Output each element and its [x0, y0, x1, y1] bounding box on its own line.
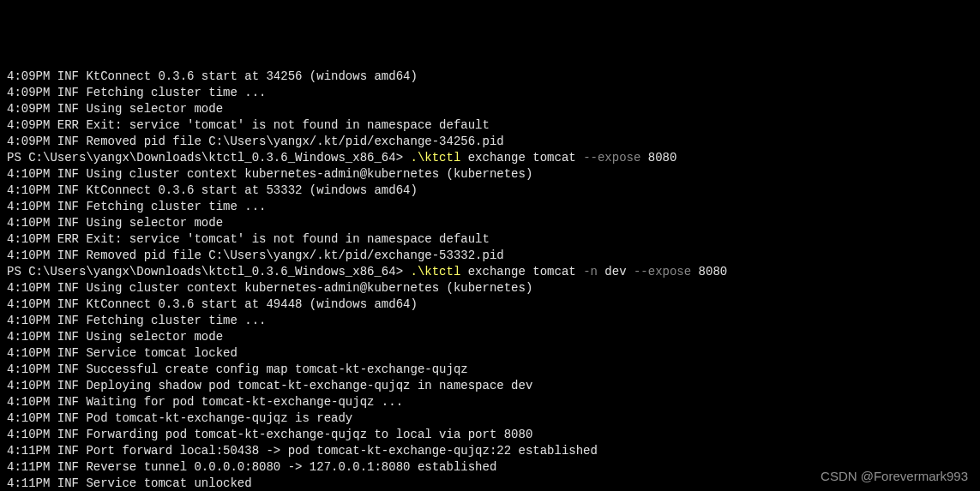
- terminal-line: 4:10PM INF Fetching cluster time ...: [7, 199, 973, 215]
- command-flag: --expose: [634, 265, 691, 278]
- terminal-line: 4:10PM INF KtConnect 0.3.6 start at 4944…: [7, 296, 973, 313]
- terminal-line: PS C:\Users\yangx\Downloads\ktctl_0.3.6_…: [7, 150, 973, 166]
- command-flag: -n: [583, 265, 598, 278]
- terminal-line: 4:10PM INF Service tomcat locked: [7, 345, 973, 362]
- terminal-line: 4:10PM INF Using cluster context kuberne…: [7, 166, 973, 183]
- terminal-line: 4:09PM INF Fetching cluster time ...: [7, 85, 973, 101]
- command-flag: --expose: [583, 151, 640, 165]
- command-exec: .\ktctl: [410, 265, 460, 278]
- terminal-line: 4:11PM INF Port forward local:50438 -> p…: [7, 443, 973, 459]
- terminal-line: 4:09PM INF Removed pid file C:\Users\yan…: [7, 134, 973, 150]
- terminal-line: 4:10PM INF Using cluster context kuberne…: [7, 280, 973, 296]
- watermark: CSDN @Forevermark993: [821, 468, 968, 484]
- terminal-line: 4:10PM INF Deploying shadow pod tomcat-k…: [7, 378, 973, 394]
- command-exec: .\ktctl: [410, 151, 460, 165]
- terminal-line: 4:10PM INF Forwarding pod tomcat-kt-exch…: [7, 427, 973, 443]
- terminal-line: 4:10PM INF Using selector mode: [7, 329, 973, 345]
- terminal-line: 4:09PM INF Using selector mode: [7, 101, 973, 117]
- terminal-line: 4:10PM INF Successful create config map …: [7, 362, 973, 378]
- terminal-line: 4:10PM INF Using selector mode: [7, 215, 973, 231]
- terminal-output[interactable]: 4:09PM INF KtConnect 0.3.6 start at 3425…: [7, 69, 973, 491]
- terminal-line: 4:10PM INF Fetching cluster time ...: [7, 313, 973, 329]
- terminal-line: 4:09PM INF KtConnect 0.3.6 start at 3425…: [7, 69, 973, 85]
- terminal-line: PS C:\Users\yangx\Downloads\ktctl_0.3.6_…: [7, 264, 973, 280]
- terminal-line: 4:10PM INF Waiting for pod tomcat-kt-exc…: [7, 394, 973, 410]
- terminal-line: 4:10PM INF KtConnect 0.3.6 start at 5333…: [7, 183, 973, 199]
- terminal-line: 4:10PM INF Pod tomcat-kt-exchange-qujqz …: [7, 410, 973, 427]
- terminal-line: 4:09PM ERR Exit: service 'tomcat' is not…: [7, 117, 973, 134]
- terminal-line: 4:10PM INF Removed pid file C:\Users\yan…: [7, 248, 973, 264]
- terminal-line: 4:10PM ERR Exit: service 'tomcat' is not…: [7, 231, 973, 248]
